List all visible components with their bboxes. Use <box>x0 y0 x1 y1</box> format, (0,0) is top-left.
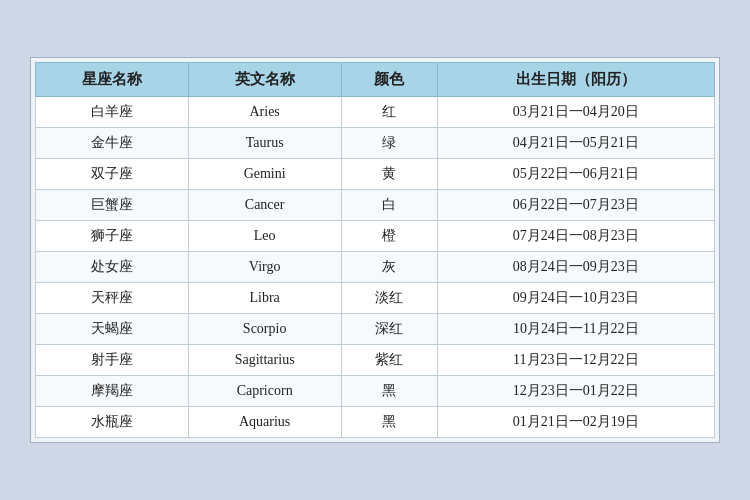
cell-row8-col0: 射手座 <box>36 345 189 376</box>
cell-row4-col2: 橙 <box>341 221 437 252</box>
cell-row10-col1: Aquarius <box>188 407 341 438</box>
cell-row6-col3: 09月24日一10月23日 <box>437 283 714 314</box>
cell-row0-col2: 红 <box>341 97 437 128</box>
table-row: 水瓶座Aquarius黑01月21日一02月19日 <box>36 407 715 438</box>
cell-row8-col3: 11月23日一12月22日 <box>437 345 714 376</box>
cell-row8-col2: 紫红 <box>341 345 437 376</box>
cell-row0-col1: Aries <box>188 97 341 128</box>
cell-row9-col1: Capricorn <box>188 376 341 407</box>
cell-row3-col1: Cancer <box>188 190 341 221</box>
cell-row4-col3: 07月24日一08月23日 <box>437 221 714 252</box>
cell-row4-col1: Leo <box>188 221 341 252</box>
cell-row2-col2: 黄 <box>341 159 437 190</box>
col-header-chinese: 星座名称 <box>36 63 189 97</box>
cell-row3-col2: 白 <box>341 190 437 221</box>
cell-row7-col1: Scorpio <box>188 314 341 345</box>
cell-row3-col0: 巨蟹座 <box>36 190 189 221</box>
cell-row5-col1: Virgo <box>188 252 341 283</box>
cell-row9-col3: 12月23日一01月22日 <box>437 376 714 407</box>
cell-row9-col0: 摩羯座 <box>36 376 189 407</box>
cell-row2-col1: Gemini <box>188 159 341 190</box>
table-row: 巨蟹座Cancer白06月22日一07月23日 <box>36 190 715 221</box>
cell-row10-col0: 水瓶座 <box>36 407 189 438</box>
zodiac-table: 星座名称 英文名称 颜色 出生日期（阳历） 白羊座Aries红03月21日一04… <box>35 62 715 438</box>
cell-row3-col3: 06月22日一07月23日 <box>437 190 714 221</box>
cell-row5-col0: 处女座 <box>36 252 189 283</box>
cell-row5-col3: 08月24日一09月23日 <box>437 252 714 283</box>
table-row: 天蝎座Scorpio深红10月24日一11月22日 <box>36 314 715 345</box>
cell-row7-col3: 10月24日一11月22日 <box>437 314 714 345</box>
table-header-row: 星座名称 英文名称 颜色 出生日期（阳历） <box>36 63 715 97</box>
cell-row6-col1: Libra <box>188 283 341 314</box>
cell-row9-col2: 黑 <box>341 376 437 407</box>
cell-row1-col0: 金牛座 <box>36 128 189 159</box>
cell-row7-col2: 深红 <box>341 314 437 345</box>
cell-row1-col3: 04月21日一05月21日 <box>437 128 714 159</box>
col-header-english: 英文名称 <box>188 63 341 97</box>
cell-row2-col0: 双子座 <box>36 159 189 190</box>
col-header-dates: 出生日期（阳历） <box>437 63 714 97</box>
cell-row1-col1: Taurus <box>188 128 341 159</box>
cell-row5-col2: 灰 <box>341 252 437 283</box>
table-row: 双子座Gemini黄05月22日一06月21日 <box>36 159 715 190</box>
table-row: 天秤座Libra淡红09月24日一10月23日 <box>36 283 715 314</box>
cell-row4-col0: 狮子座 <box>36 221 189 252</box>
cell-row0-col0: 白羊座 <box>36 97 189 128</box>
cell-row0-col3: 03月21日一04月20日 <box>437 97 714 128</box>
table-row: 白羊座Aries红03月21日一04月20日 <box>36 97 715 128</box>
cell-row10-col2: 黑 <box>341 407 437 438</box>
cell-row2-col3: 05月22日一06月21日 <box>437 159 714 190</box>
cell-row8-col1: Sagittarius <box>188 345 341 376</box>
table-row: 狮子座Leo橙07月24日一08月23日 <box>36 221 715 252</box>
cell-row1-col2: 绿 <box>341 128 437 159</box>
zodiac-table-wrapper: 星座名称 英文名称 颜色 出生日期（阳历） 白羊座Aries红03月21日一04… <box>30 57 720 443</box>
cell-row7-col0: 天蝎座 <box>36 314 189 345</box>
col-header-color: 颜色 <box>341 63 437 97</box>
table-row: 金牛座Taurus绿04月21日一05月21日 <box>36 128 715 159</box>
table-row: 射手座Sagittarius紫红11月23日一12月22日 <box>36 345 715 376</box>
cell-row10-col3: 01月21日一02月19日 <box>437 407 714 438</box>
table-row: 处女座Virgo灰08月24日一09月23日 <box>36 252 715 283</box>
cell-row6-col2: 淡红 <box>341 283 437 314</box>
table-row: 摩羯座Capricorn黑12月23日一01月22日 <box>36 376 715 407</box>
cell-row6-col0: 天秤座 <box>36 283 189 314</box>
